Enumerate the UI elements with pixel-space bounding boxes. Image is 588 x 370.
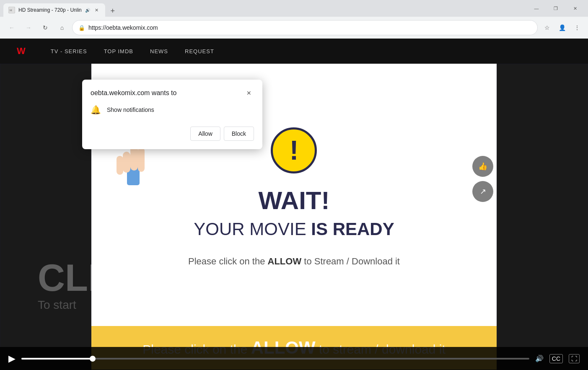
url-text: https://oebta.wekomix.com — [88, 24, 531, 31]
popup-close-button[interactable]: ✕ — [244, 88, 254, 98]
progress-bar[interactable] — [21, 358, 529, 360]
close-window-button[interactable]: ✕ — [565, 2, 585, 15]
progress-fill — [21, 358, 93, 360]
security-lock-icon: 🔒 — [78, 25, 85, 31]
like-button[interactable]: 👍 — [472, 156, 493, 177]
warning-circle-icon: ! — [271, 127, 317, 173]
svg-rect-6 — [117, 156, 123, 175]
movie-ready-text: YOUR MOVIE IS READY — [194, 219, 394, 239]
popup-header: oebta.wekomix.com wants to ✕ — [82, 80, 262, 98]
reload-button[interactable]: ↻ — [39, 21, 52, 34]
tab-favicon-icon: H — [8, 7, 15, 13]
address-omnibox[interactable]: 🔒 https://oebta.wekomix.com — [72, 20, 538, 35]
account-button[interactable]: 👤 — [556, 22, 568, 34]
movie-ready-plain: YOUR MOVIE — [194, 219, 311, 239]
popup-content: 🔔 Show notifications — [82, 98, 262, 122]
nav-link-tv-series[interactable]: TV - SERIES — [51, 48, 87, 54]
tab-title: HD Streaming - 720p - Unlin — [18, 7, 82, 13]
block-button[interactable]: Block — [224, 127, 254, 141]
progress-thumb[interactable] — [90, 356, 96, 362]
instruction-part2: to Stream / Download it — [301, 256, 400, 267]
bg-cli-text: CLI — [38, 256, 98, 300]
video-controls-bar: ▶ 🔊 CC ⛶ — [0, 347, 588, 370]
tab-strip: H HD Streaming - 720p - Unlin 🔊 ✕ + — [3, 0, 527, 17]
svg-text:H: H — [10, 8, 12, 12]
bg-tostart-text: To start — [38, 298, 76, 312]
tab-close-button[interactable]: ✕ — [93, 7, 100, 13]
instruction-part1: Please click on the — [188, 256, 268, 267]
browser-menu-button[interactable]: ⋮ — [571, 22, 583, 34]
nav-link-request[interactable]: REQUEST — [185, 48, 214, 54]
site-logo: W — [17, 46, 26, 57]
allow-button[interactable]: Allow — [190, 127, 220, 141]
tab-audio-icon: 🔊 — [85, 8, 90, 13]
browser-chrome: H HD Streaming - 720p - Unlin 🔊 ✕ + — ❐ … — [0, 0, 588, 370]
new-tab-button[interactable]: + — [107, 5, 119, 17]
maximize-button[interactable]: ❐ — [546, 2, 565, 15]
title-bar: H HD Streaming - 720p - Unlin 🔊 ✕ + — ❐ … — [0, 0, 588, 17]
side-actions: 👍 ↗ — [472, 156, 493, 202]
popup-site-text: oebta.wekomix.com wants to — [91, 89, 176, 97]
popup-description: Show notifications — [107, 106, 154, 113]
home-button[interactable]: ⌂ — [55, 21, 69, 34]
instruction-allow: ALLOW — [268, 256, 302, 267]
back-button[interactable]: ← — [5, 21, 18, 34]
svg-rect-5 — [138, 147, 145, 172]
cc-button[interactable]: CC — [549, 354, 563, 363]
page-area: W TV - SERIES TOP IMDB NEWS REQUEST CLI … — [0, 39, 588, 370]
movie-ready-bold: IS READY — [311, 219, 394, 239]
share-button[interactable]: ↗ — [472, 181, 493, 202]
site-navbar: W TV - SERIES TOP IMDB NEWS REQUEST — [0, 39, 588, 64]
exclamation-mark: ! — [290, 137, 299, 164]
volume-button[interactable]: 🔊 — [535, 354, 544, 362]
fullscreen-button[interactable]: ⛶ — [569, 354, 580, 363]
nav-link-top-imdb[interactable]: TOP IMDB — [104, 48, 133, 54]
instruction-text: Please click on the ALLOW to Stream / Do… — [188, 256, 400, 267]
popup-actions: Allow Block — [82, 122, 262, 149]
forward-button[interactable]: → — [22, 21, 35, 34]
bell-icon: 🔔 — [91, 105, 101, 115]
play-button[interactable]: ▶ — [8, 353, 16, 364]
bookmark-button[interactable]: ☆ — [541, 22, 553, 34]
nav-link-news[interactable]: NEWS — [150, 48, 168, 54]
svg-rect-3 — [123, 152, 130, 173]
window-controls: — ❐ ✕ — [527, 2, 585, 15]
wait-heading: WAIT! — [259, 186, 330, 215]
active-tab[interactable]: H HD Streaming - 720p - Unlin 🔊 ✕ — [3, 3, 105, 17]
permission-popup: oebta.wekomix.com wants to ✕ 🔔 Show noti… — [82, 80, 262, 149]
address-bar: ← → ↻ ⌂ 🔒 https://oebta.wekomix.com ☆ 👤 … — [0, 17, 588, 39]
minimize-button[interactable]: — — [527, 2, 546, 15]
